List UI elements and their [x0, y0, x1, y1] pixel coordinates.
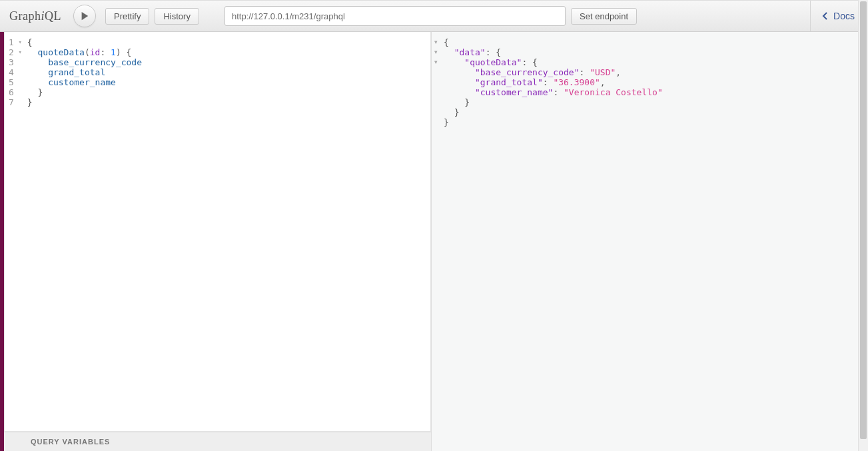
history-button[interactable]: History: [155, 8, 199, 25]
docs-label: Docs: [833, 11, 855, 21]
docs-toggle[interactable]: Docs: [810, 1, 859, 31]
toolbar: GraphiQL Prettify History Set endpoint D…: [0, 0, 868, 32]
endpoint-input[interactable]: [224, 6, 566, 26]
main-split: 1▾2▾34567 { quoteData(id: 1) { base_curr…: [0, 32, 868, 451]
line-gutter: 1▾2▾34567: [5, 32, 23, 431]
result-pane: ▾▾▾ { "data": { "quoteData": { "base_cur…: [432, 32, 868, 451]
result-fold-gutter: ▾▾▾: [432, 32, 439, 67]
app-logo: GraphiQL: [9, 9, 61, 23]
query-code[interactable]: { quoteData(id: 1) { base_currency_code …: [23, 32, 430, 431]
execute-button[interactable]: [73, 5, 96, 27]
query-pane: 1▾2▾34567 { quoteData(id: 1) { base_curr…: [4, 32, 432, 451]
play-icon: [80, 11, 89, 21]
page-scrollbar-thumb[interactable]: [860, 1, 867, 439]
set-endpoint-button[interactable]: Set endpoint: [571, 8, 637, 25]
prettify-button[interactable]: Prettify: [105, 8, 149, 25]
query-editor[interactable]: 1▾2▾34567 { quoteData(id: 1) { base_curr…: [4, 32, 431, 432]
page-scrollbar[interactable]: [858, 0, 868, 451]
chevron-left-icon: [821, 12, 829, 20]
query-variables-bar[interactable]: QUERY VARIABLES: [4, 432, 431, 451]
result-viewer[interactable]: { "data": { "quoteData": { "base_currenc…: [432, 32, 663, 127]
svg-marker-0: [82, 12, 89, 20]
